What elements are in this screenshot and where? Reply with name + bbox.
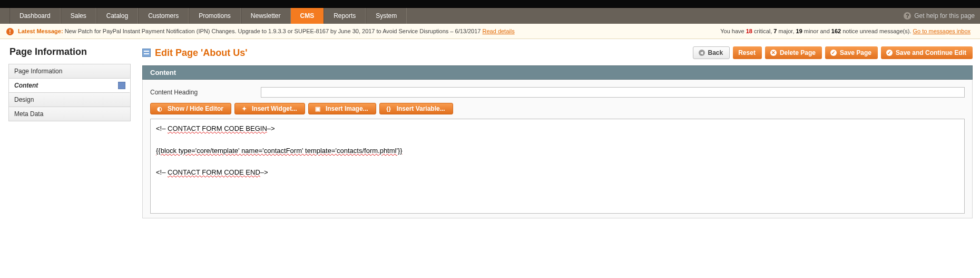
nav-item-customers[interactable]: Customers [138,8,189,24]
content-heading-input[interactable] [261,87,965,98]
help-link[interactable]: ? Get help for this page [904,8,975,24]
critical-count: 18 [746,28,752,34]
sidebar-tab-design[interactable]: Design [8,92,130,107]
latest-message-text: New Patch for PayPal Instant Payment Not… [65,28,481,34]
delete-icon: ✕ [770,50,777,56]
editor-toolbar: ◐ Show / Hide Editor ✦ Insert Widget... … [150,103,965,114]
save-page-button[interactable]: ✓ Save Page [825,46,878,59]
editor-line: {{block type='core/template' name='conta… [156,146,959,157]
editor-line: <!– CONTACT FORM CODE BEGIN–> [156,123,959,135]
notice-count: 162 [831,28,841,34]
warning-icon: ! [6,28,14,35]
image-icon: ▣ [314,105,321,112]
reset-button[interactable]: Reset [733,46,762,59]
insert-widget-button[interactable]: ✦ Insert Widget... [234,103,305,114]
nav-item-promotions[interactable]: Promotions [189,8,241,24]
minor-count: 19 [796,28,802,34]
sidebar-tab-meta-data[interactable]: Meta Data [8,107,130,121]
main-area: Edit Page 'About Us' ◄ Back Reset ✕ Dele… [142,46,973,218]
content-section-header: Content [142,65,973,80]
main-nav: DashboardSalesCatalogCustomersPromotions… [0,8,980,24]
content-editor[interactable]: <!– CONTACT FORM CODE BEGIN–> {{block ty… [150,119,965,214]
page-icon [142,49,151,57]
check-icon: ✓ [830,50,837,56]
back-button[interactable]: ◄ Back [693,46,730,59]
sidebar: Page Information Page InformationContent… [8,46,131,121]
sidebar-tab-page-information[interactable]: Page Information [8,64,130,79]
nav-item-newsletter[interactable]: Newsletter [241,8,291,24]
sidebar-tab-content[interactable]: Content [8,78,130,93]
latest-message-label: Latest Message: [18,28,63,34]
help-label: Get help for this page [914,12,975,20]
widget-icon: ✦ [240,105,248,112]
inbox-summary: You have 18 critical, 7 major, 19 minor … [720,28,971,34]
content-section-body: Content Heading ◐ Show / Hide Editor ✦ I… [142,80,973,218]
nav-item-system[interactable]: System [366,8,407,24]
inbox-link[interactable]: Go to messages inbox [913,28,971,34]
sidebar-tabs: Page InformationContentDesignMeta Data [8,64,131,121]
sidebar-title: Page Information [9,46,131,57]
toggle-editor-button[interactable]: ◐ Show / Hide Editor [150,103,231,114]
editor-line: <!– CONTACT FORM CODE END–> [156,167,959,178]
insert-image-button[interactable]: ▣ Insert Image... [308,103,376,114]
admin-topbar [0,0,980,8]
nav-item-catalog[interactable]: Catalog [96,8,138,24]
variable-icon: {} [385,105,393,112]
help-icon: ? [904,12,911,20]
message-bar: ! Latest Message: New Patch for PayPal I… [0,24,980,39]
delete-page-button[interactable]: ✕ Delete Page [765,46,822,59]
insert-variable-button[interactable]: {} Insert Variable... [379,103,453,114]
save-continue-button[interactable]: ✓ Save and Continue Edit [881,46,973,59]
nav-item-cms[interactable]: CMS [291,8,324,24]
latest-message: Latest Message: New Patch for PayPal Ins… [18,28,515,34]
nav-item-dashboard[interactable]: Dashboard [9,8,61,24]
check-icon: ✓ [886,50,893,56]
read-details-link[interactable]: Read details [483,28,515,34]
back-arrow-icon: ◄ [699,50,705,56]
nav-item-sales[interactable]: Sales [61,8,96,24]
content-heading-label: Content Heading [150,89,256,96]
action-buttons: ◄ Back Reset ✕ Delete Page ✓ Save Page ✓… [693,46,973,59]
toggle-icon: ◐ [156,105,163,112]
nav-item-reports[interactable]: Reports [324,8,366,24]
page-title: Edit Page 'About Us' [142,47,248,59]
